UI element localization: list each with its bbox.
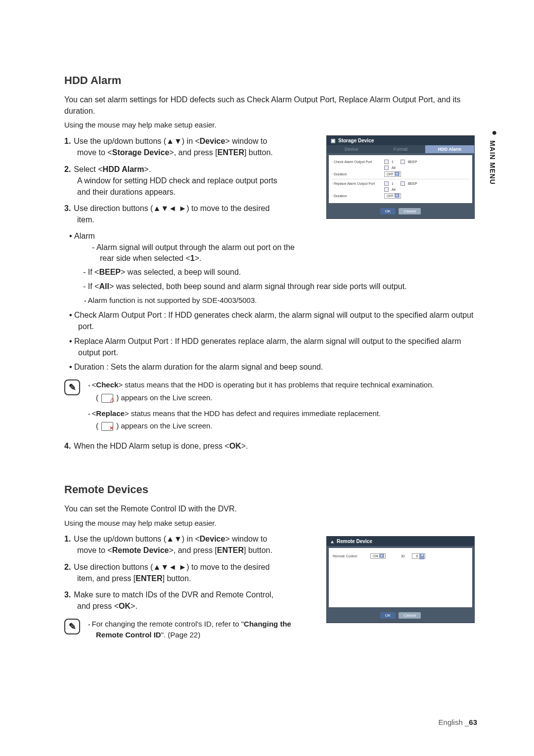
hdd-alarm-heading: HDD Alarm (64, 74, 475, 87)
alarm-dash-3: If <All> was selected, both beep sound a… (83, 281, 475, 292)
label-duration-1: · Duration (332, 172, 381, 176)
hdd-step-3: 3.Use direction buttons (▲▼◄ ►) to move … (64, 203, 282, 225)
duration-select-2[interactable]: OFF (384, 193, 401, 199)
remote-icon: ⟁ (331, 539, 334, 544)
checkbox-1[interactable] (384, 160, 389, 164)
checkbox-rbeep[interactable] (400, 181, 405, 186)
bullet-replace-port: Replace Alarm Output Port : If HDD gener… (69, 336, 475, 358)
remote-step-1: 1.Use the up/down buttons (▲▼) in <Devic… (64, 533, 282, 556)
storage-icon: ▣ (331, 138, 335, 143)
dlg2-cancel-button[interactable]: Cancel (399, 612, 421, 619)
hdd-step-1: 1.Use the up/down buttons (▲▼) in <Devic… (64, 135, 282, 158)
remote-control-select[interactable]: ON (370, 553, 386, 559)
note-replace: <Replace> status means that the HDD has … (88, 408, 475, 419)
note-replace-sub: ( ) appears on the Live screen. (88, 420, 475, 431)
note-icon: ✎ (64, 379, 80, 395)
page-footer: English _63 (439, 718, 477, 726)
remote-note: For changing the remote control's ID, re… (88, 619, 316, 640)
bullet-alarm: Alarm Alarm signal will output through t… (69, 230, 316, 264)
bullet-check-port: Check Alarm Output Port : If HDD generat… (69, 309, 475, 332)
note-check-sub: ( ) appears on the Live screen. (88, 392, 475, 403)
dialog2-title: Remote Device (337, 539, 372, 544)
remote-step-2: 2.Use direction buttons (▲▼◄ ►) to move … (64, 561, 282, 584)
hdd-intro: You can set alarm settings for HDD defec… (64, 94, 475, 117)
dlg2-ok-button[interactable]: OK (380, 612, 396, 619)
hdd-check-icon (101, 394, 113, 403)
dlg1-ok-button[interactable]: OK (380, 208, 396, 214)
tab-device[interactable]: Device (327, 145, 376, 153)
checkbox-r1[interactable] (384, 181, 389, 186)
hdd-step-2: 2.Select <HDD Alarm>. A window for setti… (64, 164, 282, 198)
label-check-alarm: · Check Alarm Output Port (332, 160, 381, 164)
alarm-dash-2: If <BEEP> was selected, a beep will soun… (83, 267, 475, 278)
note-check: <Check> status means that the HDD is ope… (88, 379, 475, 390)
dialog1-title: Storage Device (338, 138, 374, 143)
bullet-duration: Duration : Sets the alarm duration for t… (69, 361, 475, 373)
checkbox-beep[interactable] (400, 160, 405, 164)
label-id: ID (401, 554, 405, 558)
storage-device-dialog: ▣Storage Device Device Format HDD Alarm … (326, 135, 475, 219)
duration-select-1[interactable]: OFF (384, 171, 401, 177)
remote-mouse-hint: Using the mouse may help make setup easi… (64, 518, 475, 529)
label-duration-2: · Duration (332, 194, 381, 198)
checkbox-rall[interactable] (384, 187, 389, 192)
alarm-unsupported-note: Alarm function is not supported by SDE-4… (64, 295, 475, 305)
hdd-step-4: 4.When the HDD Alarm setup is done, pres… (64, 440, 475, 452)
hdd-replace-icon (101, 422, 113, 431)
label-replace-alarm: · Replace Alarm Output Port (332, 182, 381, 185)
id-spinner[interactable]: 0 (412, 553, 426, 559)
alarm-dash-1: Alarm signal will output through the ala… (92, 242, 310, 264)
remote-device-dialog: ⟁Remote Device Remote Control ON ID 0 OK… (326, 536, 475, 623)
remote-devices-heading: Remote Devices (64, 483, 475, 496)
dlg1-cancel-button[interactable]: Cancel (399, 208, 421, 214)
hdd-mouse-hint: Using the mouse may help make setup easi… (64, 120, 475, 130)
tab-format[interactable]: Format (376, 145, 425, 153)
checkbox-all[interactable] (384, 166, 389, 170)
note-icon-2: ✎ (64, 619, 80, 634)
remote-intro: You can set the Remote Control ID with t… (64, 503, 475, 514)
tab-hdd-alarm[interactable]: HDD Alarm (425, 145, 474, 153)
side-tab: ● MAIN MENU (489, 127, 499, 185)
label-remote-control: Remote Control (333, 554, 367, 558)
remote-step-3: 3.Make sure to match IDs of the DVR and … (64, 589, 282, 612)
